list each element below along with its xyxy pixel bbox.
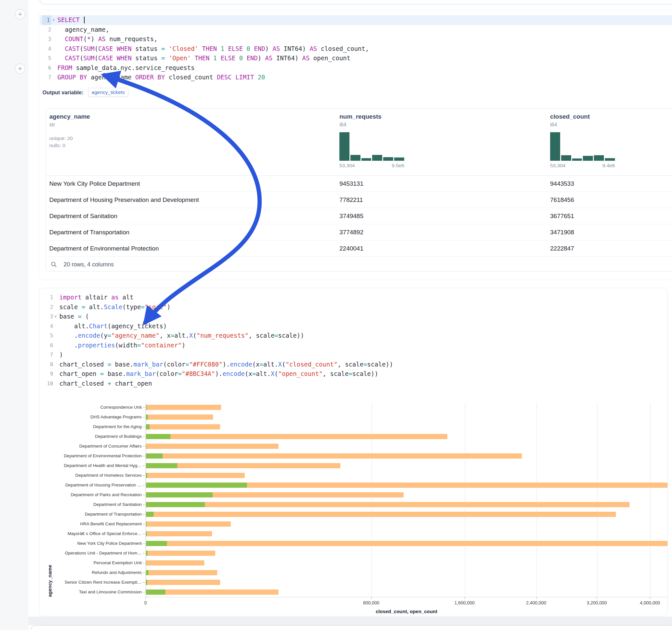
code-line-8[interactable]: 8chart_closed = base.mark_bar(color="#FF… xyxy=(42,360,668,369)
code-line-7[interactable]: 7GROUP BY agency_name ORDER BY closed_co… xyxy=(40,73,672,82)
table-row[interactable]: Department of Environmental Protection22… xyxy=(46,240,672,257)
line-number: 1 xyxy=(47,293,53,302)
line-number-gutter: 8 xyxy=(42,360,59,369)
bar-open-count[interactable] xyxy=(146,483,247,488)
bar-open-count[interactable] xyxy=(146,522,146,527)
bar-closed-count[interactable] xyxy=(146,444,279,449)
table-row[interactable]: Department of Housing Preservation and D… xyxy=(46,192,672,208)
code-line-1[interactable]: 1∨SELECT xyxy=(40,15,672,25)
bar-closed-count[interactable] xyxy=(146,531,212,536)
bar-open-count[interactable] xyxy=(146,473,147,478)
histogram-range-labels: 53,3049.4e6 xyxy=(550,163,615,169)
bar-closed-count[interactable] xyxy=(146,560,204,565)
bar-closed-count[interactable] xyxy=(146,570,217,575)
code-line-10[interactable]: 10chart_closed + chart_open xyxy=(42,379,668,389)
y-axis-label: Correspondence Unit xyxy=(39,405,142,410)
table-cell: 3749485 xyxy=(339,213,363,220)
bar-closed-count[interactable] xyxy=(146,502,629,507)
bar-closed-count[interactable] xyxy=(146,405,221,410)
y-tick-mark xyxy=(143,553,145,554)
line-number-gutter: 1∨ xyxy=(40,15,57,25)
bar-closed-count[interactable] xyxy=(146,414,213,420)
code-line-7[interactable]: 7) xyxy=(42,350,668,360)
bar-closed-count[interactable] xyxy=(146,453,522,459)
histogram-bar xyxy=(550,132,560,161)
y-axis-label: HRA Benefit Card Replacement xyxy=(39,522,142,526)
bar-open-count[interactable] xyxy=(146,444,146,449)
python-code-editor[interactable]: 1import altair as alt2scale = alt.Scale(… xyxy=(42,293,668,388)
bar-closed-count[interactable] xyxy=(146,522,231,527)
line-number-gutter: 4 xyxy=(40,44,57,54)
code-line-3[interactable]: 3 COUNT(*) AS num_requests, xyxy=(40,34,672,44)
code-line-2[interactable]: 2scale = alt.Scale(type="sqrt") xyxy=(42,302,668,312)
column-header-closed_count[interactable]: closed_counti6453,3049.4e6 xyxy=(550,113,615,169)
bar-open-count[interactable] xyxy=(146,502,205,507)
bar-open-count[interactable] xyxy=(146,551,147,556)
x-gridline xyxy=(650,403,651,597)
line-number: 4 xyxy=(47,321,53,331)
python-cell[interactable]: 1import altair as alt2scale = alt.Scale(… xyxy=(39,288,668,616)
histogram-bar xyxy=(383,157,393,161)
bar-closed-count[interactable] xyxy=(146,589,279,595)
bar-open-count[interactable] xyxy=(146,424,149,429)
table-row[interactable]: New York City Police Department945313194… xyxy=(46,176,672,192)
bar-closed-count[interactable] xyxy=(146,512,616,517)
bar-closed-count[interactable] xyxy=(146,580,220,585)
code-text: scale = alt.Scale(type="sqrt") xyxy=(59,302,170,312)
code-line-5[interactable]: 5 CAST(SUM(CASE WHEN status = 'Open' THE… xyxy=(40,53,672,63)
code-line-1[interactable]: 1import altair as alt xyxy=(42,293,668,302)
bar-open-count[interactable] xyxy=(146,531,147,536)
column-header-num_requests[interactable]: num_requestsi6453,3049.5e6 xyxy=(339,113,404,169)
histogram-bar xyxy=(594,155,604,161)
histogram-bar xyxy=(572,159,582,161)
add-cell-button[interactable]: + xyxy=(15,9,25,20)
bar-open-count[interactable] xyxy=(146,580,147,585)
bar-closed-count[interactable] xyxy=(146,434,447,439)
code-line-4[interactable]: 4 CAST(SUM(CASE WHEN status = 'Closed' T… xyxy=(40,44,672,54)
y-axis-label: Department of Transportation xyxy=(39,512,142,516)
fold-chevron-icon[interactable]: ∨ xyxy=(53,312,58,321)
bar-open-count[interactable] xyxy=(146,414,148,420)
bar-open-count[interactable] xyxy=(146,541,167,546)
line-number-gutter: 2 xyxy=(42,302,59,312)
sql-code-editor[interactable]: 1∨SELECT 2 agency_name,3 COUNT(*) AS num… xyxy=(40,15,672,82)
bar-open-count[interactable] xyxy=(146,570,148,575)
code-line-5[interactable]: 5 .encode(y="agency_name", x=alt.X("num_… xyxy=(42,331,668,341)
histogram-bar xyxy=(351,155,360,161)
bar-closed-count[interactable] xyxy=(146,424,220,429)
bar-open-count[interactable] xyxy=(146,463,177,468)
line-number: 10 xyxy=(47,379,53,389)
bar-open-count[interactable] xyxy=(146,453,163,459)
code-line-3[interactable]: 3∨base = ( xyxy=(42,312,668,321)
code-text: CAST(SUM(CASE WHEN status = 'Closed' THE… xyxy=(57,44,369,54)
code-text: agency_name, xyxy=(57,25,109,35)
column-header-agency_name[interactable]: agency_namestrunique: 20nulls: 0 xyxy=(49,113,90,149)
search-icon[interactable] xyxy=(51,261,57,268)
line-number: 5 xyxy=(45,53,51,63)
bar-open-count[interactable] xyxy=(146,405,146,410)
fold-chevron-icon[interactable]: ∨ xyxy=(51,15,56,25)
bar-closed-count[interactable] xyxy=(146,551,215,556)
y-axis-label: Refunds and Adjustments xyxy=(39,570,142,575)
bar-closed-count[interactable] xyxy=(146,541,668,546)
code-line-6[interactable]: 6FROM sample_data.nyc.service_requests xyxy=(40,63,672,73)
table-row[interactable]: Department of Sanitation37494853677651 xyxy=(46,208,672,224)
x-tick-label: 1,600,000 xyxy=(455,600,475,605)
bar-open-count[interactable] xyxy=(146,492,213,498)
code-line-4[interactable]: 4 alt.Chart(agency_tickets) xyxy=(42,321,668,331)
bar-open-count[interactable] xyxy=(146,434,170,439)
bar-open-count[interactable] xyxy=(146,512,154,517)
bar-closed-count[interactable] xyxy=(146,473,245,478)
table-row[interactable]: Department of Transportation377489234719… xyxy=(46,224,672,240)
output-variable-chip[interactable]: agency_tickets xyxy=(88,88,129,97)
sql-cell[interactable]: 1∨SELECT 2 agency_name,3 COUNT(*) AS num… xyxy=(39,10,672,280)
y-tick-mark xyxy=(143,456,145,456)
y-axis-label: Department of Parks and Recreation xyxy=(39,492,142,497)
code-line-9[interactable]: 9chart_open = base.mark_bar(color="#8BC3… xyxy=(42,369,668,379)
bar-open-count[interactable] xyxy=(146,560,146,565)
add-cell-button[interactable]: + xyxy=(15,64,25,74)
bar-open-count[interactable] xyxy=(146,589,165,595)
code-line-6[interactable]: 6 .properties(width="container") xyxy=(42,341,668,350)
x-tick-label: 3,200,000 xyxy=(587,600,607,605)
code-line-2[interactable]: 2 agency_name, xyxy=(40,25,672,35)
